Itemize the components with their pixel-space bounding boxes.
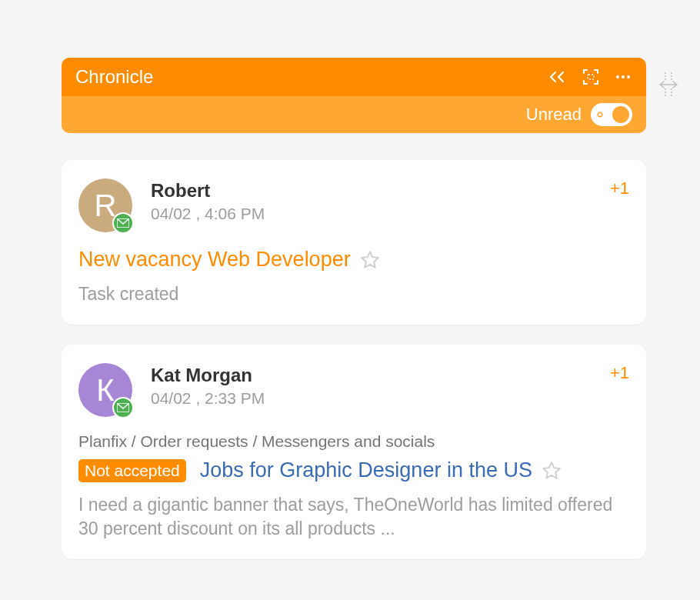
svg-point-3 [627, 75, 630, 78]
card-body: I need a gigantic banner that says, TheO… [78, 493, 629, 541]
card-title[interactable]: New vacancy Web Developer [78, 248, 351, 272]
unread-toggle[interactable] [591, 103, 632, 126]
resize-handle-icon[interactable] [657, 69, 680, 100]
timestamp: 04/02 , 4:06 PM [151, 205, 610, 223]
header-top: Chronicle [62, 58, 646, 96]
unread-count: +1 [610, 178, 629, 198]
avatar[interactable]: R [78, 178, 132, 232]
status-badge: Not accepted [78, 459, 186, 482]
timestamp: 04/02 , 2:33 PM [151, 389, 610, 408]
breadcrumb[interactable]: Planfix / Order requests / Messengers an… [78, 432, 629, 451]
card-header: R Robert 04/02 , 4:06 PM +1 [78, 178, 629, 232]
svg-point-1 [616, 75, 619, 78]
svg-point-2 [622, 75, 625, 78]
star-icon[interactable] [542, 461, 562, 481]
collapse-icon[interactable] [548, 70, 568, 84]
header-icons [548, 68, 632, 86]
chronicle-panel: Chronicle Unread [62, 58, 646, 559]
avatar[interactable]: К [78, 363, 132, 417]
mail-badge-icon [112, 397, 134, 418]
title-row: Not accepted Jobs for Graphic Designer i… [78, 458, 629, 482]
author-name[interactable]: Robert [151, 180, 610, 202]
card-meta: Robert 04/02 , 4:06 PM [151, 178, 610, 223]
unread-count: +1 [610, 363, 629, 383]
panel-header: Chronicle Unread [62, 58, 646, 133]
star-icon[interactable] [360, 250, 380, 270]
unread-label: Unread [526, 105, 582, 125]
card-title[interactable]: Jobs for Graphic Designer in the US [200, 458, 532, 482]
author-name[interactable]: Kat Morgan [151, 365, 610, 386]
more-icon[interactable] [614, 68, 632, 86]
mail-badge-icon [112, 212, 134, 234]
card-body: Task created [78, 282, 629, 306]
feed-card[interactable]: R Robert 04/02 , 4:06 PM +1 New vacancy … [62, 160, 646, 325]
card-header: К Kat Morgan 04/02 , 2:33 PM +1 [78, 363, 629, 417]
title-row: New vacancy Web Developer [78, 248, 629, 272]
svg-rect-0 [588, 75, 594, 79]
feed-card[interactable]: К Kat Morgan 04/02 , 2:33 PM +1 Planfix … [62, 345, 646, 559]
panel-title: Chronicle [75, 66, 548, 88]
header-filter-bar: Unread [62, 96, 646, 133]
card-meta: Kat Morgan 04/02 , 2:33 PM [151, 363, 610, 408]
scan-icon[interactable] [582, 68, 600, 86]
